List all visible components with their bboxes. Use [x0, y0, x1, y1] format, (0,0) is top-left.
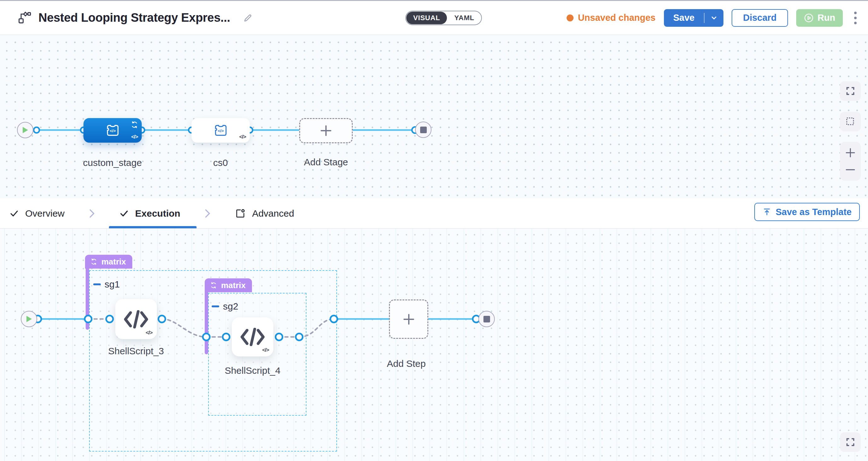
loop-icon	[210, 281, 217, 289]
stage-label-custom-stage[interactable]: custom_stage	[62, 157, 163, 168]
page-title: Nested Looping Strategy Expres...	[38, 11, 230, 25]
tab-advanced-label: Advanced	[252, 208, 294, 219]
code-corner-icon: </>	[131, 134, 138, 140]
shell-script-icon	[240, 328, 265, 346]
stop-square-icon	[420, 127, 427, 133]
stop-square-icon	[484, 316, 490, 322]
run-button[interactable]: Run	[796, 9, 843, 27]
execution-end-stop-button	[478, 311, 495, 327]
save-as-template-label: Save as Template	[776, 207, 851, 217]
matrix-badge-sg1[interactable]: matrix	[85, 255, 132, 269]
toggle-yaml[interactable]: YAML	[447, 12, 481, 24]
canvas-zoom-controls	[840, 142, 861, 181]
header-actions: Unsaved changes Save Discard Run	[567, 9, 868, 27]
zoom-in-button[interactable]	[840, 144, 861, 161]
active-tab-underline	[109, 226, 196, 228]
stage-label-cs0[interactable]: cs0	[170, 157, 271, 168]
add-stage-button[interactable]	[299, 118, 353, 143]
looping-strategy-icon	[130, 121, 138, 130]
pipeline-icon	[18, 11, 31, 25]
check-icon	[9, 209, 19, 218]
pipeline-start-play-button[interactable]	[17, 122, 33, 138]
more-options-kebab-icon[interactable]	[852, 10, 859, 26]
stepgroup-dash-icon	[212, 305, 219, 307]
unsaved-label: Unsaved changes	[578, 12, 656, 23]
canvas-select-marquee-button[interactable]	[840, 112, 861, 131]
step-label-shellscript-4[interactable]: ShellScript_4	[202, 365, 303, 376]
toggle-visual[interactable]: VISUAL	[406, 12, 447, 24]
stage-node-cs0[interactable]: </> </>	[191, 118, 250, 143]
edit-title-pencil-icon[interactable]	[243, 13, 253, 23]
save-as-template-button[interactable]: Save as Template	[754, 203, 860, 221]
chevron-right-icon	[204, 208, 212, 219]
custom-stage-icon: </>	[213, 122, 229, 138]
save-split-button[interactable]: Save	[664, 9, 724, 27]
tab-overview[interactable]: Overview	[9, 198, 65, 228]
execution-start-play-button[interactable]	[21, 311, 37, 327]
pipeline-header: Nested Looping Strategy Expres... VISUAL…	[0, 0, 868, 35]
add-step-button[interactable]	[389, 300, 428, 339]
discard-button[interactable]: Discard	[732, 9, 788, 27]
check-icon	[119, 209, 129, 218]
run-label: Run	[817, 12, 835, 23]
add-stage-label[interactable]: Add Stage	[276, 157, 376, 167]
visual-yaml-toggle[interactable]: VISUAL YAML	[405, 11, 482, 25]
zoom-out-button[interactable]	[840, 161, 861, 178]
loop-icon	[90, 258, 98, 266]
canvas-fullscreen-button[interactable]	[840, 81, 861, 101]
chevron-right-icon	[88, 208, 96, 219]
save-button[interactable]: Save	[664, 12, 704, 23]
unsaved-changes-badge: Unsaved changes	[567, 12, 656, 23]
tab-execution[interactable]: Execution	[119, 198, 180, 228]
code-corner-icon: </>	[146, 330, 152, 336]
plus-icon	[319, 124, 333, 137]
matrix-badge-sg2[interactable]: matrix	[205, 278, 252, 292]
code-corner-icon: </>	[262, 347, 269, 353]
matrix-badge-label: matrix	[101, 257, 126, 267]
step-label-shellscript-3[interactable]: ShellScript_3	[86, 346, 186, 357]
stepgroup-label-sg1[interactable]: sg1	[93, 279, 120, 290]
step-node-shellscript-3[interactable]: </>	[115, 299, 157, 339]
svg-text:</>: </>	[110, 128, 116, 133]
add-step-label[interactable]: Add Step	[356, 358, 457, 369]
upload-icon	[763, 208, 771, 216]
step-node-shellscript-4[interactable]: </>	[232, 317, 273, 357]
stepgroup-label-sg2[interactable]: sg2	[212, 301, 238, 312]
tab-overview-label: Overview	[25, 208, 65, 219]
header-left: Nested Looping Strategy Expres...	[0, 11, 253, 25]
stage-node-custom-stage[interactable]: </> </>	[84, 118, 142, 143]
tab-execution-label: Execution	[135, 208, 180, 219]
svg-text:</>: </>	[218, 128, 224, 133]
plus-icon	[402, 313, 415, 326]
advanced-gear-doc-icon	[235, 208, 246, 219]
matrix-badge-label: matrix	[221, 281, 246, 290]
stage-canvas[interactable]: </> </> custom_stage </> </> cs0 Add Sta…	[0, 35, 868, 198]
stepgroup-dash-icon	[93, 283, 101, 285]
matrix-bar-sg1	[86, 269, 89, 330]
stage-detail-tabbar: Overview Execution Advanced Save as Temp…	[0, 198, 868, 228]
unsaved-dot-icon	[567, 14, 574, 22]
save-chevron-down-icon[interactable]	[705, 14, 723, 22]
execution-fullscreen-button[interactable]	[840, 432, 861, 452]
custom-stage-icon: </>	[105, 122, 121, 138]
pipeline-end-stop-button	[415, 122, 432, 138]
shell-script-icon	[123, 310, 149, 329]
matrix-bar-sg2	[205, 291, 208, 354]
execution-canvas[interactable]: matrix sg1 matrix sg2	[0, 228, 868, 461]
code-corner-icon: </>	[239, 134, 246, 140]
run-play-icon	[804, 13, 814, 23]
stage-connectors	[0, 35, 868, 198]
tab-advanced[interactable]: Advanced	[235, 198, 294, 228]
